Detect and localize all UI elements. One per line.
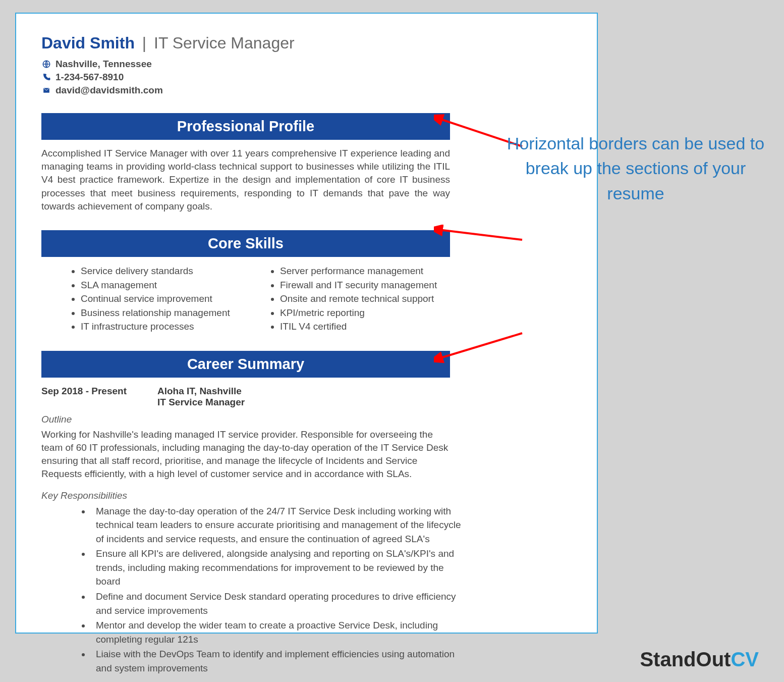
list-item: Define and document Service Desk standar…	[91, 590, 465, 617]
list-item: Server performance management	[280, 264, 450, 278]
list-item: Mentor and develop the wider team to cre…	[91, 618, 465, 646]
job-role: IT Service Manager	[157, 397, 245, 408]
contact-email: david@davidsmith.com	[55, 85, 163, 96]
header-line: David Smith | IT Service Manager	[41, 34, 572, 53]
contact-location: Nashville, Tennessee	[55, 59, 152, 70]
contact-phone: 1-234-567-8910	[55, 72, 124, 83]
contact-phone-row: 1-234-567-8910	[41, 72, 572, 83]
list-item: Firewall and IT security management	[280, 278, 450, 292]
globe-icon	[41, 59, 51, 69]
list-item: Continual service improvement	[81, 292, 251, 306]
brand-part1: StandOut	[640, 648, 731, 670]
list-item: SLA management	[81, 278, 251, 292]
list-item: Business relationship management	[81, 306, 251, 320]
list-item: Onsite and remote technical support	[280, 292, 450, 306]
job-header: Sep 2018 - Present Aloha IT, Nashville I…	[41, 386, 450, 408]
annotation-text: Horizontal borders can be used to break …	[499, 131, 772, 206]
separator: |	[142, 34, 146, 52]
list-item: Manage the day-to-day operation of the 2…	[91, 504, 465, 546]
responsibilities-list: Manage the day-to-day operation of the 2…	[41, 504, 465, 675]
list-item: Service delivery standards	[81, 264, 251, 278]
contact-email-row: david@davidsmith.com	[41, 85, 572, 96]
section-bar-profile: Professional Profile	[41, 113, 450, 140]
skills-col-left: Service delivery standardsSLA management…	[72, 264, 251, 334]
section-bar-skills: Core Skills	[41, 230, 450, 257]
resume-page: David Smith | IT Service Manager Nashvil…	[15, 13, 598, 634]
responsibilities-label: Key Responsibilities	[41, 490, 572, 501]
list-item: Ensure all KPI's are delivered, alongsid…	[91, 547, 465, 589]
candidate-title: IT Service Manager	[154, 34, 295, 52]
job-dates: Sep 2018 - Present	[41, 386, 157, 408]
list-item: KPI/metric reporting	[280, 306, 450, 320]
list-item: IT infrastructure processes	[81, 320, 251, 334]
outline-label: Outline	[41, 414, 572, 425]
list-item: Liaise with the DevOps Team to identify …	[91, 647, 465, 675]
profile-body: Accomplished IT Service Manager with ove…	[41, 147, 450, 213]
envelope-icon	[41, 85, 51, 95]
outline-body: Working for Nashville's leading managed …	[41, 428, 450, 481]
phone-icon	[41, 72, 51, 82]
job-company: Aloha IT, Nashville	[157, 386, 245, 397]
brand-part2: CV	[731, 648, 759, 670]
brand-logo: StandOutCV	[640, 648, 759, 671]
candidate-name: David Smith	[41, 34, 135, 52]
skills-col-right: Server performance managementFirewall an…	[271, 264, 450, 334]
contact-location-row: Nashville, Tennessee	[41, 59, 572, 70]
list-item: ITIL V4 certified	[280, 320, 450, 334]
skills-columns: Service delivery standardsSLA management…	[41, 264, 450, 334]
section-bar-career: Career Summary	[41, 351, 450, 378]
